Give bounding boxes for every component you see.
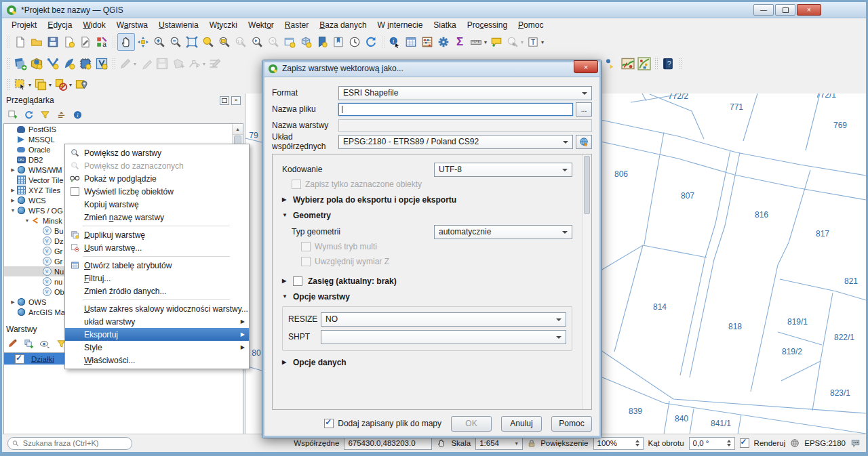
select-by-value-dropdown-arrow[interactable]: ▾ [49,82,52,88]
measure-icon[interactable] [468,34,484,50]
geometry-section-header[interactable]: ▼ Geometry [282,209,572,221]
georeferencer-icon[interactable] [620,56,636,72]
menu-item-styles[interactable]: Style▶ [65,341,249,354]
locator-dropdown-arrow[interactable]: ▾ [521,39,524,45]
map-themes-icon[interactable] [39,337,51,350]
save-project-icon[interactable] [45,34,61,50]
dialog-title-bar[interactable]: Zapisz warstwę wektorową jako... × [262,60,601,77]
menu-item-layer-crs[interactable]: układ warstwy▶ [65,315,249,328]
pan-map-icon[interactable] [117,33,135,51]
toolbar-handle[interactable] [7,79,10,91]
magnifier-spinbox[interactable]: 100% [593,437,644,450]
collapse-icon[interactable]: ▼ [24,218,31,223]
help-icon[interactable]: ? [660,56,676,72]
geometry-type-dropdown[interactable]: automatycznie [434,225,572,239]
scale-combo[interactable]: 1:654▼ [475,437,523,450]
toolbar-handle[interactable] [7,58,10,70]
menu-w-internecie[interactable]: W internecie [372,19,429,31]
menu-item-export[interactable]: Eksportuj▶ [65,328,249,341]
vertex-tool-dropdown-arrow[interactable]: ▾ [203,61,205,67]
extent-checkbox[interactable] [293,276,302,286]
menu-siatka[interactable]: Siatka [428,19,461,31]
refresh-browser-icon[interactable] [22,108,35,121]
zoom-to-selection-icon[interactable] [200,34,216,50]
menu-pomoc[interactable]: Pomoc [513,19,549,31]
search-input[interactable] [22,438,127,448]
sum-features-icon[interactable]: Σ [452,34,468,50]
zoom-next-icon[interactable] [265,34,281,50]
new-spatialite-icon[interactable] [61,56,77,72]
menu-wtyczki[interactable]: Wtyczki [204,19,243,31]
expand-icon[interactable]: ▶ [9,299,16,305]
minimize-button[interactable]: — [753,4,774,16]
zoom-last-icon[interactable] [249,34,265,50]
shpt-dropdown[interactable] [321,330,566,344]
expand-icon[interactable]: ▶ [9,167,16,173]
tree-item-postgis[interactable]: PostGIS [4,124,243,134]
layout-manager-icon[interactable] [77,34,94,50]
rotation-spinbox[interactable]: 0,0 ° [689,437,735,450]
menu-processing[interactable]: Processing [462,19,513,31]
menu-item-change-data-source[interactable]: Zmień źródło danych... [65,285,249,297]
close-panel-icon[interactable]: × [231,96,241,105]
expand-icon[interactable]: ▶ [9,188,16,193]
select-features-by-value-icon[interactable] [33,77,49,93]
crs-dropdown[interactable]: EPSG:2180 - ETRS89 / Poland CS92 [338,135,573,149]
menu-baza-danych[interactable]: Baza danych [314,19,372,31]
fields-section-header[interactable]: ▶ Wybierz pola do eksportu i opcje ekspo… [282,194,572,205]
menu-item-filter[interactable]: Filtruj... [65,272,249,285]
layer-visibility-checkbox[interactable] [15,354,24,364]
menu-item-properties[interactable]: Właściwości... [65,354,249,367]
float-panel-icon[interactable] [220,96,229,105]
processing-toolbox-icon[interactable] [435,34,452,50]
add-group-icon[interactable] [22,337,35,350]
extent-section-header[interactable]: ▶ Zasięg (aktualny: brak) [282,275,572,287]
toolbar-handle[interactable] [381,36,384,48]
encoding-dropdown[interactable]: UTF-8 [434,163,572,177]
close-button[interactable]: × [797,4,821,16]
help-button[interactable]: Pomoc [551,416,592,432]
save-edits-icon[interactable] [154,56,170,72]
new-memory-layer-icon[interactable] [77,56,94,72]
toolbar-handle[interactable] [112,58,115,70]
pan-to-selection-icon[interactable] [135,34,151,50]
toolbar-handle[interactable] [654,58,658,70]
new-virtual-layer-icon[interactable] [94,56,110,72]
crs-picker-icon[interactable] [576,135,592,149]
filter-browser-icon[interactable] [39,108,51,121]
current-edits-icon[interactable] [117,56,134,72]
resize-dropdown[interactable]: NO [321,312,566,327]
menu-widok[interactable]: Widok [77,19,111,31]
deselect-dropdown-arrow[interactable]: ▾ [69,82,72,88]
menu-item-rename-layer[interactable]: Zmień nazwę warstwy [65,211,249,224]
add-selected-layers-icon[interactable] [6,108,18,121]
dialog-close-icon[interactable]: × [574,60,598,73]
zoom-native-icon[interactable]: 1:1 [233,34,249,50]
expand-icon[interactable]: ▶ [9,198,16,203]
refresh-icon[interactable] [363,34,379,50]
new-map-view-icon[interactable] [281,34,298,50]
new-bookmark-icon[interactable] [314,34,330,50]
data-options-section-header[interactable]: ▶ Opcje danych [282,356,572,368]
scroll-thumb[interactable] [584,156,590,214]
ok-button[interactable]: OK [451,416,492,432]
menu-item-set-scale-visibility[interactable]: Ustaw zakres skalowy widoczności warstwy… [65,302,249,315]
zoom-in-icon[interactable] [151,34,167,50]
menu-item-zoom-to-selected[interactable]: Powiększ do zaznaczonych [65,159,249,172]
render-checkbox[interactable] [740,438,749,448]
style-manager-icon[interactable]: a [94,34,110,50]
select-by-location-icon[interactable] [73,77,90,93]
attribute-table-icon[interactable] [403,34,419,50]
menu-item-copy-layer[interactable]: Kopiuj warstwę [65,198,249,211]
identify-features-icon[interactable]: i [387,34,403,50]
show-bookmarks-icon[interactable] [330,34,347,50]
dialog-scrollbar[interactable] [582,154,591,409]
annotation-dropdown-arrow[interactable]: ▾ [541,39,544,45]
processing-model-icon[interactable] [636,56,652,72]
temporal-controller-icon[interactable] [347,34,363,50]
new-shapefile-icon[interactable] [45,56,61,72]
properties-widget-icon[interactable]: i [71,108,83,121]
menu-wektor[interactable]: Wektor [243,19,279,31]
menu-raster[interactable]: Raster [279,19,314,31]
menu-item-zoom-to-layer[interactable]: Powiększ do warstwy [65,146,249,159]
